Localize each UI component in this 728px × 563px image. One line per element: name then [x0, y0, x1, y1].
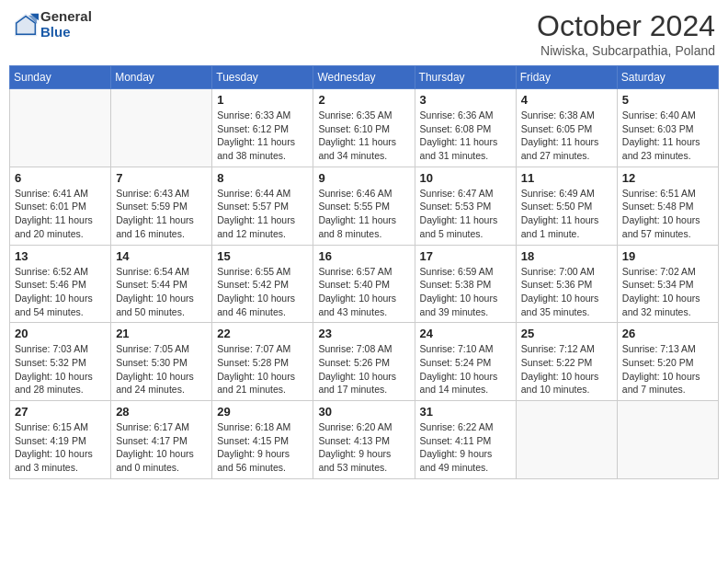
- calendar-day-cell: 22Sunrise: 7:07 AMSunset: 5:28 PMDayligh…: [212, 323, 313, 401]
- calendar-day-cell: 28Sunrise: 6:17 AMSunset: 4:17 PMDayligh…: [111, 401, 212, 479]
- calendar-day-cell: [10, 89, 111, 167]
- month-title: October 2024: [537, 9, 715, 43]
- calendar-day-cell: 2Sunrise: 6:35 AMSunset: 6:10 PMDaylight…: [313, 89, 415, 167]
- day-number: 15: [217, 249, 308, 263]
- calendar-day-cell: 7Sunrise: 6:43 AMSunset: 5:59 PMDaylight…: [111, 167, 212, 245]
- calendar-day-cell: 21Sunrise: 7:05 AMSunset: 5:30 PMDayligh…: [111, 323, 212, 401]
- day-number: 4: [521, 93, 612, 107]
- day-number: 31: [420, 405, 511, 419]
- day-number: 10: [420, 171, 511, 185]
- calendar-day-cell: 9Sunrise: 6:46 AMSunset: 5:55 PMDaylight…: [313, 167, 415, 245]
- calendar-week-row: 6Sunrise: 6:41 AMSunset: 6:01 PMDaylight…: [10, 167, 719, 245]
- day-number: 2: [318, 93, 409, 107]
- day-number: 24: [420, 327, 511, 340]
- calendar-day-cell: 29Sunrise: 6:18 AMSunset: 4:15 PMDayligh…: [212, 401, 313, 479]
- logo: General Blue: [13, 9, 92, 40]
- day-info: Sunrise: 6:35 AMSunset: 6:10 PMDaylight:…: [318, 109, 409, 163]
- day-of-week-header: Saturday: [617, 66, 718, 89]
- day-info: Sunrise: 6:41 AMSunset: 6:01 PMDaylight:…: [15, 187, 106, 241]
- day-info: Sunrise: 6:33 AMSunset: 6:12 PMDaylight:…: [217, 109, 308, 163]
- day-info: Sunrise: 6:17 AMSunset: 4:17 PMDaylight:…: [116, 420, 207, 475]
- calendar-day-cell: 1Sunrise: 6:33 AMSunset: 6:12 PMDaylight…: [212, 89, 313, 167]
- logo-icon: [13, 12, 39, 38]
- calendar-day-cell: 24Sunrise: 7:10 AMSunset: 5:24 PMDayligh…: [415, 323, 516, 401]
- day-info: Sunrise: 6:55 AMSunset: 5:42 PMDaylight:…: [217, 265, 308, 319]
- day-info: Sunrise: 7:00 AMSunset: 5:36 PMDaylight:…: [521, 265, 612, 319]
- day-info: Sunrise: 6:46 AMSunset: 5:55 PMDaylight:…: [318, 187, 409, 241]
- day-of-week-header: Monday: [111, 66, 212, 89]
- day-info: Sunrise: 6:54 AMSunset: 5:44 PMDaylight:…: [116, 265, 207, 319]
- day-info: Sunrise: 7:05 AMSunset: 5:30 PMDaylight:…: [116, 342, 207, 396]
- calendar-day-cell: 10Sunrise: 6:47 AMSunset: 5:53 PMDayligh…: [415, 167, 516, 245]
- calendar-table: SundayMondayTuesdayWednesdayThursdayFrid…: [9, 65, 719, 479]
- day-number: 23: [318, 327, 409, 340]
- day-number: 12: [622, 171, 713, 185]
- day-number: 14: [116, 249, 207, 263]
- calendar-day-cell: 20Sunrise: 7:03 AMSunset: 5:32 PMDayligh…: [10, 323, 111, 401]
- calendar-day-cell: 14Sunrise: 6:54 AMSunset: 5:44 PMDayligh…: [111, 245, 212, 323]
- calendar-day-cell: 11Sunrise: 6:49 AMSunset: 5:50 PMDayligh…: [516, 167, 617, 245]
- calendar-day-cell: 12Sunrise: 6:51 AMSunset: 5:48 PMDayligh…: [617, 167, 718, 245]
- calendar-day-cell: 16Sunrise: 6:57 AMSunset: 5:40 PMDayligh…: [313, 245, 415, 323]
- calendar-day-cell: 19Sunrise: 7:02 AMSunset: 5:34 PMDayligh…: [617, 245, 718, 323]
- day-number: 19: [622, 249, 713, 263]
- day-info: Sunrise: 7:08 AMSunset: 5:26 PMDaylight:…: [318, 342, 409, 396]
- calendar-day-cell: 30Sunrise: 6:20 AMSunset: 4:13 PMDayligh…: [313, 401, 415, 479]
- day-of-week-header: Thursday: [415, 66, 516, 89]
- day-number: 20: [15, 327, 106, 340]
- calendar-day-cell: 3Sunrise: 6:36 AMSunset: 6:08 PMDaylight…: [415, 89, 516, 167]
- day-info: Sunrise: 6:22 AMSunset: 4:11 PMDaylight:…: [420, 420, 511, 475]
- day-info: Sunrise: 6:47 AMSunset: 5:53 PMDaylight:…: [420, 187, 511, 241]
- day-of-week-header: Sunday: [10, 66, 111, 89]
- day-info: Sunrise: 6:59 AMSunset: 5:38 PMDaylight:…: [420, 265, 511, 319]
- day-info: Sunrise: 6:38 AMSunset: 6:05 PMDaylight:…: [521, 109, 612, 163]
- day-info: Sunrise: 7:10 AMSunset: 5:24 PMDaylight:…: [420, 342, 511, 396]
- day-info: Sunrise: 6:20 AMSunset: 4:13 PMDaylight:…: [318, 420, 409, 475]
- day-number: 5: [622, 93, 713, 107]
- day-number: 1: [217, 93, 308, 107]
- day-info: Sunrise: 6:51 AMSunset: 5:48 PMDaylight:…: [622, 187, 713, 241]
- day-number: 22: [217, 327, 308, 340]
- day-info: Sunrise: 7:07 AMSunset: 5:28 PMDaylight:…: [217, 342, 308, 396]
- day-info: Sunrise: 6:18 AMSunset: 4:15 PMDaylight:…: [217, 420, 308, 475]
- day-of-week-header: Friday: [516, 66, 617, 89]
- calendar-day-cell: 15Sunrise: 6:55 AMSunset: 5:42 PMDayligh…: [212, 245, 313, 323]
- day-number: 29: [217, 405, 308, 419]
- logo-text: General Blue: [40, 9, 92, 40]
- day-number: 21: [116, 327, 207, 340]
- calendar-week-row: 13Sunrise: 6:52 AMSunset: 5:46 PMDayligh…: [10, 245, 719, 323]
- day-info: Sunrise: 7:03 AMSunset: 5:32 PMDaylight:…: [15, 342, 106, 396]
- day-info: Sunrise: 6:49 AMSunset: 5:50 PMDaylight:…: [521, 187, 612, 241]
- page-header: General Blue October 2024 Niwiska, Subca…: [9, 9, 719, 58]
- day-info: Sunrise: 6:40 AMSunset: 6:03 PMDaylight:…: [622, 109, 713, 163]
- calendar-day-cell: 26Sunrise: 7:13 AMSunset: 5:20 PMDayligh…: [617, 323, 718, 401]
- calendar-day-cell: 4Sunrise: 6:38 AMSunset: 6:05 PMDaylight…: [516, 89, 617, 167]
- calendar-day-cell: 13Sunrise: 6:52 AMSunset: 5:46 PMDayligh…: [10, 245, 111, 323]
- day-info: Sunrise: 6:44 AMSunset: 5:57 PMDaylight:…: [217, 187, 308, 241]
- calendar-day-cell: 17Sunrise: 6:59 AMSunset: 5:38 PMDayligh…: [415, 245, 516, 323]
- day-info: Sunrise: 7:13 AMSunset: 5:20 PMDaylight:…: [622, 342, 713, 396]
- day-number: 30: [318, 405, 409, 419]
- day-of-week-header: Wednesday: [313, 66, 415, 89]
- day-number: 25: [521, 327, 612, 340]
- day-info: Sunrise: 6:36 AMSunset: 6:08 PMDaylight:…: [420, 109, 511, 163]
- day-number: 3: [420, 93, 511, 107]
- day-number: 13: [15, 249, 106, 263]
- calendar-day-cell: 31Sunrise: 6:22 AMSunset: 4:11 PMDayligh…: [415, 401, 516, 479]
- day-info: Sunrise: 6:43 AMSunset: 5:59 PMDaylight:…: [116, 187, 207, 241]
- calendar-week-row: 27Sunrise: 6:15 AMSunset: 4:19 PMDayligh…: [10, 401, 719, 479]
- calendar-day-cell: [516, 401, 617, 479]
- day-info: Sunrise: 7:02 AMSunset: 5:34 PMDaylight:…: [622, 265, 713, 319]
- title-block: October 2024 Niwiska, Subcarpathia, Pola…: [537, 9, 715, 58]
- day-number: 11: [521, 171, 612, 185]
- calendar-day-cell: [111, 89, 212, 167]
- day-info: Sunrise: 7:12 AMSunset: 5:22 PMDaylight:…: [521, 342, 612, 396]
- calendar-day-cell: 27Sunrise: 6:15 AMSunset: 4:19 PMDayligh…: [10, 401, 111, 479]
- calendar-day-cell: 23Sunrise: 7:08 AMSunset: 5:26 PMDayligh…: [313, 323, 415, 401]
- day-info: Sunrise: 6:57 AMSunset: 5:40 PMDaylight:…: [318, 265, 409, 319]
- day-number: 26: [622, 327, 713, 340]
- logo-general-text: General: [40, 9, 92, 25]
- calendar-header-row: SundayMondayTuesdayWednesdayThursdayFrid…: [10, 66, 719, 89]
- calendar-day-cell: 5Sunrise: 6:40 AMSunset: 6:03 PMDaylight…: [617, 89, 718, 167]
- day-number: 17: [420, 249, 511, 263]
